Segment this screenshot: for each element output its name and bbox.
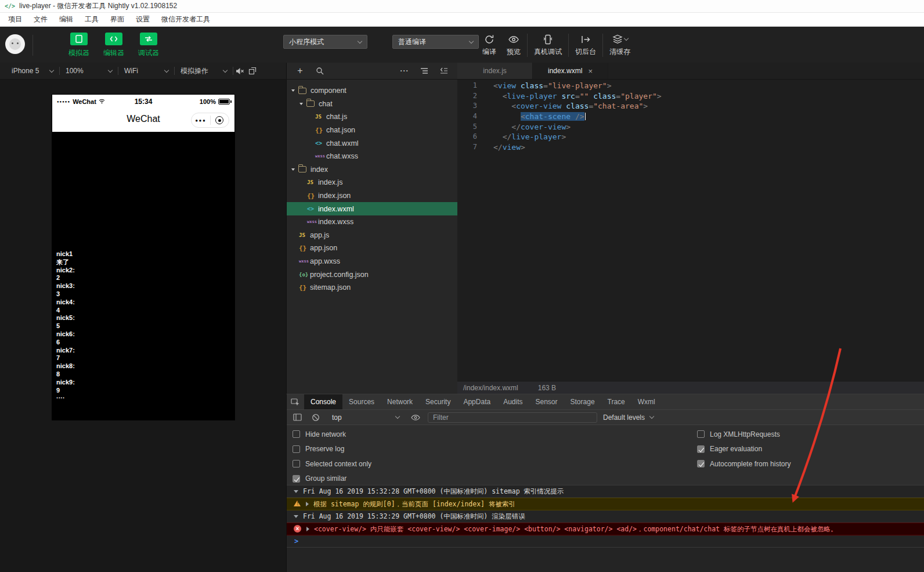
menu-item-界面[interactable]: 界面 [104,12,130,27]
tree-folder-chat[interactable]: chat [287,98,457,111]
devtools-tab-network[interactable]: Network [381,394,419,409]
menu-item-设置[interactable]: 设置 [130,12,156,27]
live-player-view[interactable]: nick1来了nick2:2nick3:3nick4:4nick5:5nick6… [52,132,234,420]
console-prompt[interactable]: > [287,535,924,548]
checkbox[interactable] [697,430,705,438]
checkbox[interactable] [293,430,300,438]
chevron-down-icon[interactable] [291,89,295,92]
toolbar-remote-debug-button[interactable]: 真机调试 [529,33,567,58]
tree-file-app.wxss[interactable]: wxssapp.wxss [287,255,457,268]
toolbar-compile-button[interactable]: 编译 [477,33,501,58]
setting-preserve-log[interactable]: Preserve log [293,442,371,457]
code-line-4[interactable]: 4 <chat-scene /> [457,111,924,122]
toolbar-simulator-button[interactable]: 模拟器 [65,33,93,58]
expand-triangle-icon[interactable] [306,502,309,506]
program-mode-select[interactable]: 小程序模式 [283,35,367,49]
more-menu-icon[interactable]: ●●● [192,118,210,123]
menu-item-编辑[interactable]: 编辑 [53,12,79,27]
devtools-tab-audits[interactable]: Audits [497,394,529,409]
tree-file-project.config.json[interactable]: {o}project.config.json [287,268,457,281]
clear-console-icon[interactable] [309,411,322,424]
code-line-2[interactable]: 2 <live-player src="" class="player"> [457,91,924,102]
add-file-icon[interactable]: + [294,64,306,77]
tree-folder-index[interactable]: index [287,163,457,177]
collapse-triangle-icon[interactable] [294,515,298,518]
compile-mode-select[interactable]: 普通编译 [392,35,479,49]
setting-autocomplete-from-history[interactable]: Autocomplete from history [697,456,791,472]
console-message-group[interactable]: Fri Aug 16 2019 15:32:28 GMT+0800 (中国标准时… [287,485,924,498]
checkbox[interactable] [697,445,705,453]
toolbar-preview-button[interactable]: 预览 [501,33,526,58]
simulate-operations-select[interactable]: 模拟操作 [175,63,233,79]
setting-log-xmlhttprequests[interactable]: Log XMLHttpRequests [697,427,791,442]
mute-icon[interactable] [233,64,246,77]
setting-group-similar[interactable]: Group similar [293,472,371,487]
device-select[interactable]: iPhone 5 [6,63,59,79]
checkbox[interactable] [293,475,300,483]
close-icon[interactable]: × [588,67,593,75]
filter-input[interactable] [428,412,597,423]
more-icon[interactable]: ··· [398,64,411,77]
checkbox[interactable] [293,445,300,453]
editor-tab-index.wxml[interactable]: index.wxml× [533,63,608,79]
tree-file-sitemap.json[interactable]: {}sitemap.json [287,281,457,294]
collapse-all-icon[interactable] [438,64,450,77]
menu-item-项目[interactable]: 项目 [2,12,28,27]
tree-file-app.js[interactable]: JSapp.js [287,229,457,242]
tree-file-index.wxss[interactable]: wxssindex.wxss [287,215,457,229]
devtools-tab-storage[interactable]: Storage [564,394,601,409]
avatar[interactable] [5,34,25,54]
tree-file-chat.wxml[interactable]: <>chat.wxml [287,136,457,150]
menu-item-微信开发者工具[interactable]: 微信开发者工具 [156,12,216,27]
search-icon[interactable] [313,64,326,77]
tree-file-app.json[interactable]: {}app.json [287,242,457,255]
chevron-down-icon[interactable] [299,103,303,105]
devtools-tab-wxml[interactable]: Wxml [631,394,662,409]
devtools-tab-appdata[interactable]: AppData [457,394,497,409]
checkbox[interactable] [697,460,705,467]
record-icon[interactable] [211,116,229,124]
console-message-group[interactable]: Fri Aug 16 2019 15:32:29 GMT+0800 (中国标准时… [287,510,924,523]
tree-folder-component[interactable]: component [287,84,457,98]
tree-file-chat.json[interactable]: {}chat.json [287,124,457,137]
tree-file-chat.js[interactable]: JSchat.js [287,110,457,124]
outline-icon[interactable] [418,64,431,77]
code-line-1[interactable]: 1<view class="live-player"> [457,81,924,91]
menu-item-工具[interactable]: 工具 [79,12,104,27]
tree-file-index.wxml[interactable]: <>index.wxml [287,202,457,215]
code-line-5[interactable]: 5 </cover-view> [457,122,924,132]
setting-eager-evaluation[interactable]: Eager evaluation [697,442,791,457]
code-line-3[interactable]: 3 <cover-view class="chat-area"> [457,101,924,111]
chevron-down-icon[interactable] [291,168,295,171]
checkbox[interactable] [293,460,300,467]
setting-selected-context-only[interactable]: Selected context only [293,456,371,472]
devtools-tab-sources[interactable]: Sources [342,394,381,409]
detach-window-icon[interactable] [246,64,259,77]
toolbar-switch-background-button[interactable]: 切后台 [570,33,601,58]
tree-file-index.js[interactable]: JSindex.js [287,176,457,189]
setting-hide-network[interactable]: Hide network [293,427,371,442]
editor-tab-index.js[interactable]: index.js [457,63,533,79]
context-select[interactable]: top [328,412,403,423]
tree-file-chat.wxss[interactable]: wxsschat.wxss [287,150,457,163]
inspect-element-icon[interactable] [287,394,304,409]
tree-file-index.json[interactable]: {}index.json [287,189,457,203]
toolbar-editor-button[interactable]: 编辑器 [100,33,128,58]
devtools-tab-sensor[interactable]: Sensor [529,394,564,409]
devtools-tab-security[interactable]: Security [419,394,457,409]
console-message-error[interactable]: ×<cover-view/> 内只能嵌套 <cover-view/> <cove… [287,523,924,535]
console-sidebar-icon[interactable] [291,411,304,424]
toolbar-debugger-button[interactable]: 调试器 [135,33,163,58]
collapse-triangle-icon[interactable] [294,490,298,493]
log-levels-select[interactable]: Default levels [603,413,654,422]
network-select[interactable]: WiFi [118,63,174,79]
live-expression-icon[interactable] [409,411,422,424]
zoom-select[interactable]: 100% [60,63,118,79]
devtools-tab-console[interactable]: Console [304,394,342,409]
code-content[interactable]: 1<view class="live-player">2 <live-playe… [457,80,924,381]
code-line-6[interactable]: 6 </live-player> [457,132,924,142]
menu-item-文件[interactable]: 文件 [28,12,53,27]
expand-triangle-icon[interactable] [306,527,309,531]
code-line-7[interactable]: 7</view> [457,142,924,153]
devtools-tab-trace[interactable]: Trace [601,394,631,409]
